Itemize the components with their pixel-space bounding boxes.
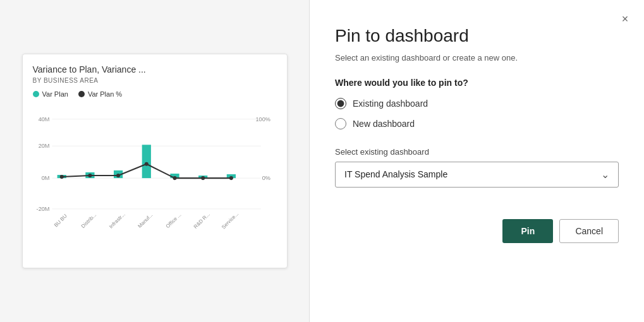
dialog-panel: × Pin to dashboard Select an existing da… [310, 0, 644, 322]
svg-text:Service...: Service... [220, 211, 239, 230]
radio-new-input[interactable] [335, 118, 346, 129]
close-button[interactable]: × [616, 10, 634, 28]
legend-label-varplanpct: Var Plan % [88, 90, 122, 98]
svg-point-23 [229, 176, 233, 180]
svg-text:Distrib...: Distrib... [80, 212, 97, 229]
svg-rect-13 [142, 145, 150, 178]
radio-new-dashboard[interactable]: New dashboard [335, 118, 619, 129]
svg-point-18 [88, 174, 92, 177]
legend-label-varplan: Var Plan [42, 90, 68, 98]
legend-item-varplan: Var Plan [33, 90, 68, 98]
chevron-down-icon: ⌄ [601, 169, 609, 181]
pin-question: Where would you like to pin to? [335, 78, 619, 88]
pin-button[interactable]: Pin [502, 219, 553, 243]
legend-dot-varplan [33, 91, 39, 97]
dropdown-value: IT Spend Analysis Sample [344, 169, 447, 179]
radio-new-label: New dashboard [353, 119, 415, 129]
chart-subtitle: BY BUSINESS AREA [33, 77, 277, 84]
dialog-footer: Pin Cancel [335, 206, 619, 243]
svg-point-19 [116, 174, 120, 177]
radio-existing-dashboard[interactable]: Existing dashboard [335, 98, 619, 109]
svg-point-17 [59, 175, 63, 179]
dropdown-label: Select existing dashboard [335, 147, 619, 157]
svg-text:BU BU: BU BU [52, 213, 68, 228]
legend-dot-varplanpct [78, 91, 85, 97]
radio-existing-label: Existing dashboard [353, 98, 428, 109]
svg-text:20M: 20M [38, 143, 49, 149]
dropdown-container: IT Spend Analysis Sample ⌄ [335, 162, 619, 188]
svg-point-20 [144, 162, 148, 166]
chart-panel: Variance to Plan, Variance ... BY BUSINE… [0, 0, 310, 322]
svg-text:Infrastr...: Infrastr... [107, 212, 126, 230]
svg-text:Office ...: Office ... [164, 212, 182, 230]
chart-legend: Var Plan Var Plan % [33, 90, 277, 98]
svg-text:R&D R...: R&D R... [192, 212, 210, 230]
svg-point-21 [173, 176, 176, 180]
svg-text:40M: 40M [38, 116, 49, 122]
svg-text:-20M: -20M [36, 206, 49, 212]
radio-group: Existing dashboard New dashboard [335, 98, 619, 129]
svg-text:0%: 0% [262, 175, 270, 181]
legend-item-varplanpct: Var Plan % [78, 90, 122, 98]
chart-svg: 40M 20M 0M -20M 100% 0% [33, 104, 277, 243]
chart-card: Variance to Plan, Variance ... BY BUSINE… [22, 54, 288, 268]
svg-text:Manuf...: Manuf... [137, 212, 154, 229]
cancel-button[interactable]: Cancel [559, 219, 619, 243]
radio-existing-input[interactable] [335, 98, 346, 109]
dashboard-dropdown[interactable]: IT Spend Analysis Sample ⌄ [335, 162, 619, 188]
chart-title: Variance to Plan, Variance ... [33, 64, 277, 75]
svg-point-22 [201, 176, 205, 180]
dialog-overlay: Variance to Plan, Variance ... BY BUSINE… [0, 0, 644, 322]
dialog-title: Pin to dashboard [335, 25, 619, 47]
dialog-subtitle: Select an existing dashboard or create a… [335, 53, 619, 63]
svg-text:0M: 0M [41, 175, 49, 181]
chart-area: 40M 20M 0M -20M 100% 0% [33, 104, 277, 243]
